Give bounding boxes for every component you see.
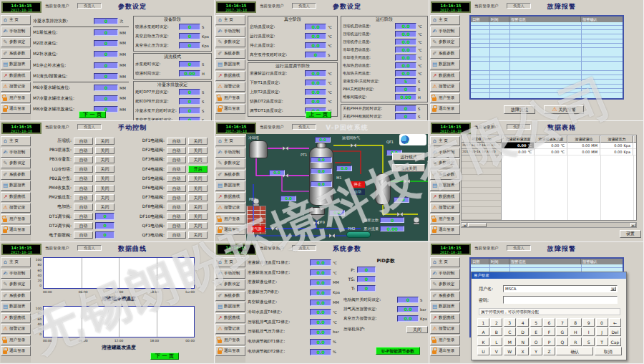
device-state-button[interactable]: 关闭 <box>95 203 114 211</box>
auto-mode-button[interactable]: 自动 <box>74 138 93 145</box>
param-value-input[interactable]: 0.0 <box>310 309 331 315</box>
auto-mode-button[interactable]: 自动 <box>74 222 93 229</box>
auto-mode-button[interactable]: 自动 <box>167 213 186 220</box>
param-value-input[interactable]: 0.0 <box>310 339 331 345</box>
auto-mode-button[interactable]: 自动 <box>74 147 93 154</box>
param-value-input[interactable]: 0.0 <box>305 24 326 30</box>
sidebar-item-logout[interactable]: 退出登录 <box>430 225 460 235</box>
sidebar-item-alarm[interactable]: ⚠报警记录 <box>1 82 31 92</box>
sidebar-item-system[interactable]: ✐系统参数 <box>215 170 245 180</box>
keyboard-key[interactable]: U <box>477 347 489 355</box>
sidebar-item-home[interactable]: ⌂主 页 <box>215 257 245 267</box>
keyboard-key[interactable]: Q <box>556 337 568 346</box>
device-state-button[interactable]: 关闭 <box>188 194 208 201</box>
auto-mode-button[interactable]: 自动 <box>167 156 186 163</box>
keyboard-key[interactable]: J <box>596 327 608 336</box>
sidebar-item-manual[interactable]: ✍手动控制 <box>1 148 31 158</box>
auto-mode-button[interactable]: 自动 <box>167 175 186 182</box>
alarm-mute-button[interactable]: ⚠ 关闭报警 <box>544 105 584 114</box>
auto-mode-button[interactable]: 自动 <box>74 231 93 239</box>
auto-mode-button[interactable]: 自动 <box>74 175 93 182</box>
param-value-input[interactable]: 0.0 <box>305 89 326 95</box>
param-value-input[interactable]: 0.0 <box>395 23 416 29</box>
sidebar-item-logout[interactable]: 退出登录 <box>430 346 460 356</box>
device-state-button[interactable]: 关闭 <box>188 138 208 145</box>
fault-reset-button[interactable]: 故障复位 <box>504 105 535 114</box>
sidebar-item-manual[interactable]: ✍手动控制 <box>215 148 245 158</box>
sidebar-item-logout[interactable]: 退出登录 <box>1 104 31 114</box>
keyboard-key[interactable]: V <box>490 347 502 355</box>
device-state-button[interactable]: 关闭 <box>95 156 114 163</box>
trend-chart-1[interactable] <box>43 257 195 289</box>
scroll-left-icon[interactable]: ◄ <box>462 223 467 227</box>
keyboard-key[interactable]: Del <box>609 327 621 336</box>
sidebar-item-report[interactable]: ▤数据报表 <box>430 59 460 70</box>
keyboard-key[interactable]: F <box>543 327 555 336</box>
auto-mode-button[interactable]: 自动 <box>167 166 186 173</box>
keyboard-key[interactable]: G <box>556 327 568 336</box>
sidebar-item-report[interactable]: ▤数据报表 <box>1 302 31 312</box>
keyboard-key[interactable]: B <box>490 327 502 336</box>
keyboard-key[interactable]: A <box>477 327 489 336</box>
sidebar-item-logout[interactable]: 退出登录 <box>215 225 245 235</box>
sidebar-item-params[interactable]: ✎参数设定 <box>215 37 245 47</box>
run-mode-button[interactable]: 运行模式 <box>392 153 425 161</box>
sidebar-item-home[interactable]: ⌂主 页 <box>430 136 460 146</box>
sidebar-item-curve[interactable]: ↗数据曲线 <box>430 71 460 81</box>
keyboard-key[interactable]: W <box>504 347 516 355</box>
param-value-input[interactable]: 0 <box>94 95 118 102</box>
sidebar-item-login[interactable]: 用户登录 <box>1 335 31 345</box>
confirm-button[interactable]: 确认 <box>556 347 593 355</box>
sidebar-item-manual[interactable]: ✍手动控制 <box>1 27 31 37</box>
sidebar-item-curve[interactable]: ↗数据曲线 <box>215 71 245 81</box>
param-value-input[interactable]: 0 <box>395 113 416 120</box>
param-value-input[interactable]: 0.0 <box>305 42 326 49</box>
transfer-pump[interactable] <box>346 231 371 238</box>
sidebar-item-manual[interactable]: ✍手动控制 <box>215 269 245 279</box>
sidebar-item-system[interactable]: ✐系统参数 <box>1 49 31 59</box>
keyboard-key[interactable]: 6 <box>543 318 555 327</box>
sidebar-item-params[interactable]: ✎参数设定 <box>215 279 245 289</box>
param-value-input[interactable]: 0.0 <box>310 259 331 266</box>
trend-chart-2[interactable] <box>43 306 195 337</box>
sidebar-item-curve[interactable]: ↗数据曲线 <box>215 192 245 202</box>
param-value-input[interactable]: 0 <box>395 86 416 92</box>
param-value-input[interactable]: 0.0 <box>395 39 416 45</box>
param-value-input[interactable]: 0.0 <box>395 54 416 61</box>
param-value-input[interactable]: 0.0 <box>395 70 416 77</box>
device-state-button[interactable]: 关闭 <box>95 194 114 201</box>
cell-selected[interactable]: 0.00℃ <box>502 143 535 149</box>
sidebar-item-home[interactable]: ⌂主 页 <box>430 15 460 25</box>
auto-mode-button[interactable]: 自动 <box>74 194 93 201</box>
sidebar-item-home[interactable]: ⌂主 页 <box>1 15 31 25</box>
sidebar-item-logout[interactable]: 退出登录 <box>215 104 245 114</box>
keyboard-key[interactable]: E <box>530 327 542 336</box>
device-state-button[interactable]: 关闭 <box>188 222 208 229</box>
sidebar-item-manual[interactable]: ✍手动控制 <box>430 27 460 37</box>
sidebar-item-curve[interactable]: ↗数据曲线 <box>430 192 460 202</box>
param-value-input[interactable]: 0 <box>179 89 200 95</box>
scroll-right-icon[interactable]: ► <box>630 223 636 227</box>
sidebar-item-system[interactable]: ✐系统参数 <box>215 291 245 301</box>
clean-off-button[interactable]: 清洗关闭 <box>392 164 425 172</box>
protect-toggle-button[interactable]: 关闭 <box>406 326 428 333</box>
auto-mode-button[interactable]: 自动 <box>74 156 93 163</box>
param-value-input[interactable]: 0.0 <box>395 31 416 37</box>
keyboard-key[interactable]: 3 <box>504 318 516 327</box>
sidebar-item-login[interactable]: 用户登录 <box>1 93 31 103</box>
sidebar-item-curve[interactable]: ↗数据曲线 <box>1 192 31 202</box>
login-dialog-titlebar[interactable]: 用户登录 <box>472 272 626 279</box>
prev-page-button[interactable]: 上 一 页 <box>306 111 331 118</box>
auto-mode-button[interactable]: 自动 <box>74 166 93 173</box>
horizontal-scrollbar[interactable]: ◄ ► <box>461 222 637 228</box>
sidebar-item-alarm[interactable]: ⚠报警记录 <box>1 324 31 334</box>
cooling-tower[interactable] <box>249 140 268 158</box>
sidebar-item-logout[interactable]: 退出登录 <box>1 225 31 235</box>
param-value-input[interactable]: 0.0 <box>310 319 331 325</box>
sidebar-item-login[interactable]: 用户登录 <box>430 93 460 103</box>
keyboard-key[interactable]: 7 <box>556 318 568 327</box>
sidebar-item-alarm[interactable]: ⚠报警记录 <box>215 324 245 334</box>
param-value-input[interactable]: 0 <box>179 98 200 105</box>
table-row[interactable]: 2017-10-18 16:35:45 0.00℃ 0.00℃ 0.00MM 0… <box>462 143 636 149</box>
sidebar-item-login[interactable]: 用户登录 <box>215 335 245 345</box>
